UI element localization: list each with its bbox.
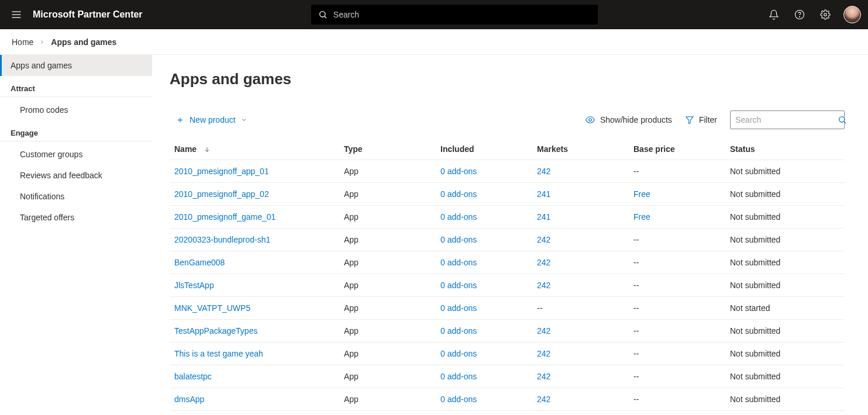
markets-link[interactable]: 242 — [537, 281, 550, 290]
settings-button[interactable] — [818, 7, 833, 22]
brand-title[interactable]: Microsoft Partner Center — [33, 9, 143, 20]
show-hide-products-button[interactable]: Show/hide products — [585, 115, 672, 125]
bell-icon — [769, 9, 779, 20]
cell-name: MNK_VATPT_UWP5 — [170, 297, 339, 320]
column-header-included[interactable]: Included — [436, 139, 532, 160]
markets-link[interactable]: 242 — [537, 235, 550, 244]
cell-markets: -- — [532, 297, 629, 320]
name-link[interactable]: BenGame008 — [174, 258, 225, 267]
filter-button[interactable]: Filter — [685, 115, 717, 124]
baseprice-link[interactable]: Free — [633, 212, 650, 222]
markets-link[interactable]: 242 — [537, 395, 550, 404]
table-search-input[interactable] — [735, 115, 838, 124]
breadcrumb: Home Apps and games — [0, 29, 868, 55]
sidebar-item-targeted-offers[interactable]: Targeted offers — [0, 207, 152, 228]
chevron-right-icon — [39, 39, 45, 45]
new-product-button[interactable]: ＋ New product — [175, 114, 247, 126]
menu-button[interactable] — [7, 5, 26, 24]
name-link[interactable]: 2010_pmesignoff_app_02 — [174, 189, 269, 199]
cell-included: 0 add-ons — [436, 388, 532, 411]
breadcrumb-home[interactable]: Home — [12, 37, 33, 47]
sidebar-item-promo-codes[interactable]: Promo codes — [0, 99, 152, 120]
name-link[interactable]: 2010_pmesignoff_game_01 — [174, 212, 275, 222]
included-link[interactable]: 0 add-ons — [440, 303, 477, 313]
global-search[interactable] — [311, 5, 598, 25]
included-link[interactable]: 0 add-ons — [440, 326, 477, 336]
name-link[interactable]: This is a test game yeah — [174, 349, 263, 358]
included-link[interactable]: 0 add-ons — [440, 372, 477, 381]
markets-link[interactable]: 242 — [537, 258, 550, 267]
cell-included: 0 add-ons — [436, 365, 532, 388]
notifications-button[interactable] — [766, 7, 781, 22]
cell-type: App — [339, 160, 436, 183]
included-link[interactable]: 0 add-ons — [440, 281, 477, 290]
markets-link[interactable]: 241 — [537, 189, 550, 199]
cell-markets: 242 — [532, 160, 629, 183]
column-header-baseprice[interactable]: Base price — [629, 139, 725, 160]
name-link[interactable]: 20200323-bundleprod-sh1 — [174, 235, 270, 244]
sidebar-group-engage: Engage — [0, 120, 152, 141]
cell-status: Not submitted — [725, 274, 845, 297]
markets-link[interactable]: 242 — [537, 372, 550, 381]
included-link[interactable]: 0 add-ons — [440, 189, 477, 199]
cell-status: Not started — [725, 297, 845, 320]
markets-link[interactable]: 241 — [537, 212, 550, 222]
markets-link[interactable]: 242 — [537, 167, 550, 176]
cell-name: 20200323-bundleprod-sh1 — [170, 229, 339, 251]
sidebar-group-attract: Attract — [0, 76, 152, 97]
cell-baseprice: -- — [629, 297, 725, 320]
cell-included: 0 add-ons — [436, 183, 532, 206]
name-link[interactable]: balatestpc — [174, 372, 212, 381]
svg-point-7 — [824, 13, 827, 16]
breadcrumb-separator — [39, 39, 45, 45]
help-button[interactable] — [792, 7, 807, 22]
markets-link[interactable]: 242 — [537, 349, 550, 358]
markets-link[interactable]: 242 — [537, 326, 550, 336]
sidebar-item-customer-groups[interactable]: Customer groups — [0, 144, 152, 165]
sidebar-item-reviews-and-feedback[interactable]: Reviews and feedback — [0, 165, 152, 186]
cell-baseprice: -- — [629, 160, 725, 183]
page-title: Apps and games — [170, 70, 845, 88]
cell-status: Not submitted — [725, 206, 845, 229]
sidebar-item-apps-and-games[interactable]: Apps and games — [0, 55, 152, 76]
name-link[interactable]: JlsTestApp — [174, 281, 214, 290]
products-table: Name Type Included Markets Base price St… — [170, 139, 845, 411]
table-row: 2010_pmesignoff_app_01App0 add-ons242--N… — [170, 160, 845, 183]
cell-type: App — [339, 251, 436, 274]
table-header-row: Name Type Included Markets Base price St… — [170, 139, 845, 160]
cell-markets: 242 — [532, 229, 629, 251]
column-header-status[interactable]: Status — [725, 139, 845, 160]
name-link[interactable]: 2010_pmesignoff_app_01 — [174, 167, 269, 176]
cell-markets: 241 — [532, 183, 629, 206]
sidebar-item-notifications[interactable]: Notifications — [0, 186, 152, 207]
svg-line-4 — [325, 16, 326, 18]
name-link[interactable]: TestAppPackageTypes — [174, 326, 257, 336]
column-header-name[interactable]: Name — [170, 139, 339, 160]
cell-name: 2010_pmesignoff_game_01 — [170, 206, 339, 229]
column-header-markets[interactable]: Markets — [532, 139, 629, 160]
avatar[interactable] — [843, 6, 861, 23]
svg-point-8 — [589, 119, 592, 122]
column-header-type[interactable]: Type — [339, 139, 436, 160]
global-search-input[interactable] — [333, 10, 591, 19]
included-link[interactable]: 0 add-ons — [440, 258, 477, 267]
included-link[interactable]: 0 add-ons — [440, 212, 477, 222]
svg-point-3 — [319, 12, 325, 17]
name-link[interactable]: MNK_VATPT_UWP5 — [174, 303, 250, 313]
included-link[interactable]: 0 add-ons — [440, 395, 477, 404]
main-content: Apps and games ＋ New product Show/hide p… — [152, 55, 868, 415]
cell-name: 2010_pmesignoff_app_02 — [170, 183, 339, 206]
cell-type: App — [339, 206, 436, 229]
cell-status: Not submitted — [725, 320, 845, 343]
included-link[interactable]: 0 add-ons — [440, 167, 477, 176]
cell-status: Not submitted — [725, 183, 845, 206]
included-link[interactable]: 0 add-ons — [440, 235, 477, 244]
table-search[interactable] — [730, 110, 845, 129]
table-row: This is a test game yeahApp0 add-ons242-… — [170, 343, 845, 365]
name-link[interactable]: dmsApp — [174, 395, 204, 404]
included-link[interactable]: 0 add-ons — [440, 349, 477, 358]
baseprice-link[interactable]: Free — [633, 189, 650, 199]
table-row: MNK_VATPT_UWP5App0 add-ons----Not starte… — [170, 297, 845, 320]
filter-icon — [685, 115, 694, 124]
cell-type: App — [339, 343, 436, 365]
